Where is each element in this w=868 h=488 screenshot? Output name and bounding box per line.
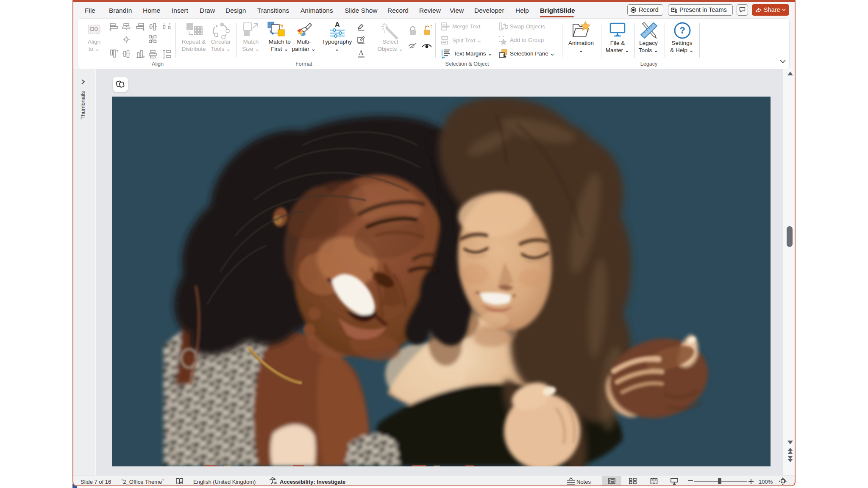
svg-text:A: A: [359, 50, 364, 56]
svg-text:A: A: [335, 21, 340, 29]
svg-text:?: ?: [679, 25, 685, 36]
